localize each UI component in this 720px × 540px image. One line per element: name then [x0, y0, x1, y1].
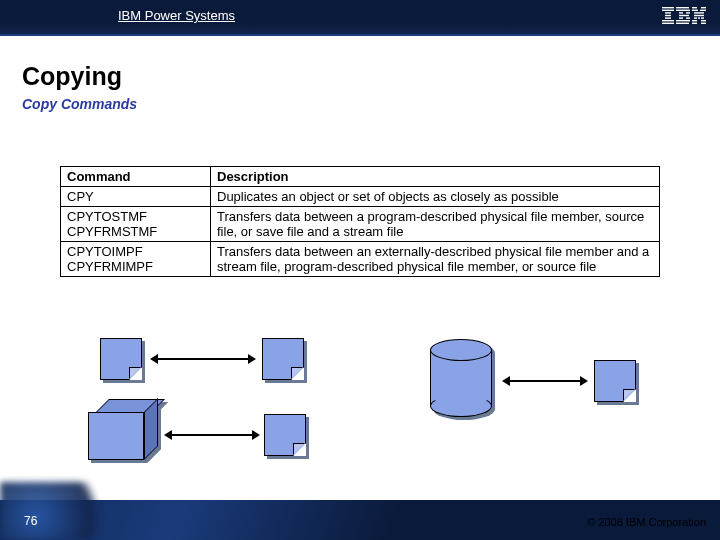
- svg-rect-24: [698, 17, 700, 18]
- svg-rect-27: [701, 20, 706, 21]
- slide-root: IBM Power Systems: [0, 0, 720, 540]
- double-arrow-icon: [510, 380, 580, 382]
- double-arrow-icon: [158, 358, 248, 360]
- note-icon: [264, 414, 306, 456]
- copyright-text: © 2008 IBM Corporation: [587, 516, 706, 528]
- cell-description: Transfers data between a program-describ…: [211, 207, 660, 242]
- svg-rect-25: [701, 17, 704, 18]
- note-icon: [262, 338, 304, 380]
- cell-description: Transfers data between an externally-des…: [211, 242, 660, 277]
- svg-rect-23: [694, 17, 697, 18]
- svg-rect-9: [679, 12, 683, 13]
- note-icon: [594, 360, 636, 402]
- svg-rect-14: [676, 20, 690, 21]
- ibm-logo-icon: [662, 7, 706, 29]
- svg-rect-15: [676, 23, 689, 24]
- svg-rect-17: [701, 7, 706, 8]
- svg-rect-28: [692, 23, 697, 24]
- svg-rect-6: [662, 23, 674, 24]
- cell-command: CPY: [61, 187, 211, 207]
- cylinder-icon: [430, 350, 492, 406]
- col-header-description: Description: [211, 167, 660, 187]
- svg-rect-13: [686, 17, 690, 18]
- cell-command: CPYTOSTMF CPYFRMSTMF: [61, 207, 211, 242]
- note-icon: [100, 338, 142, 380]
- page-subtitle: Copy Commands: [22, 96, 137, 112]
- svg-rect-11: [679, 15, 689, 16]
- commands-table: Command Description CPY Duplicates an ob…: [60, 166, 660, 277]
- svg-rect-3: [665, 15, 671, 16]
- svg-rect-26: [692, 20, 697, 21]
- svg-rect-2: [665, 12, 671, 13]
- cell-description: Duplicates an object or set of objects a…: [211, 187, 660, 207]
- cube-icon: [88, 412, 144, 460]
- svg-rect-0: [662, 7, 674, 8]
- svg-rect-21: [699, 12, 704, 13]
- diagram-area: [60, 330, 660, 470]
- svg-rect-4: [665, 17, 671, 18]
- footer-decoration: [0, 482, 120, 540]
- svg-rect-7: [676, 7, 689, 8]
- header-title: IBM Power Systems: [118, 8, 235, 23]
- cell-command: CPYTOIMPF CPYFRMIMPF: [61, 242, 211, 277]
- table-header-row: Command Description: [61, 167, 660, 187]
- svg-rect-18: [692, 10, 698, 11]
- header-bar: IBM Power Systems: [0, 0, 720, 36]
- svg-rect-22: [694, 15, 704, 16]
- svg-rect-10: [686, 12, 690, 13]
- svg-rect-1: [662, 10, 674, 11]
- svg-rect-8: [676, 10, 690, 11]
- double-arrow-icon: [172, 434, 252, 436]
- table-row: CPYTOIMPF CPYFRMIMPF Transfers data betw…: [61, 242, 660, 277]
- svg-rect-5: [662, 20, 674, 21]
- svg-rect-29: [701, 23, 706, 24]
- page-title: Copying: [22, 62, 122, 91]
- svg-rect-19: [700, 10, 706, 11]
- svg-rect-12: [679, 17, 683, 18]
- table-row: CPYTOSTMF CPYFRMSTMF Transfers data betw…: [61, 207, 660, 242]
- table-row: CPY Duplicates an object or set of objec…: [61, 187, 660, 207]
- col-header-command: Command: [61, 167, 211, 187]
- svg-rect-16: [692, 7, 697, 8]
- svg-rect-20: [694, 12, 699, 13]
- page-number: 76: [24, 514, 37, 528]
